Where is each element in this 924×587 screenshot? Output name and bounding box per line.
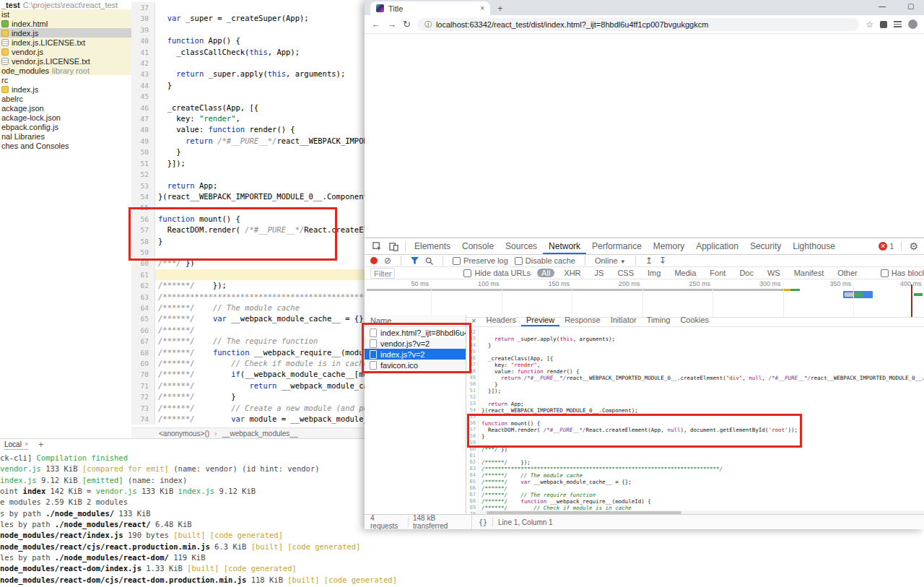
tree-item[interactable]: rc <box>0 75 131 84</box>
devtools-tab-sources[interactable]: Sources <box>500 238 543 254</box>
terminal-tab-local[interactable]: Local × <box>4 439 28 451</box>
code-token: // The module cache <box>520 472 583 479</box>
line-number: 67 <box>466 492 479 498</box>
request-row[interactable]: index.html?_ijt=8hbdl6u4ff1cp... <box>365 327 466 338</box>
device-toolbar-icon[interactable] <box>389 242 398 251</box>
inspect-element-icon[interactable] <box>372 242 382 251</box>
request-list-header[interactable]: Name <box>365 315 466 327</box>
devtools-tab-console[interactable]: Console <box>456 238 500 254</box>
preserve-log-checkbox[interactable]: Preserve log <box>453 256 508 265</box>
minimize-button[interactable]: — <box>879 2 886 10</box>
tree-item[interactable]: abelrc <box>0 94 131 103</box>
has-blocked-cookies-checkbox[interactable]: Has blocked cookies <box>881 269 924 277</box>
page-info-icon[interactable]: ⓘ <box>424 19 432 30</box>
tree-item[interactable]: index.js.LICENSE.txt <box>0 38 131 47</box>
code-token: /******/ <box>481 459 507 466</box>
close-icon[interactable]: × <box>25 440 28 448</box>
detail-tab-cookies[interactable]: Cookies <box>675 315 714 326</box>
reload-button[interactable]: ↻ <box>403 19 411 30</box>
devtools-tab-elements[interactable]: Elements <box>409 238 456 254</box>
search-icon[interactable] <box>425 257 433 265</box>
breadcrumb-anonymous[interactable]: <anonymous>() <box>159 430 209 438</box>
request-row[interactable]: index.js?v=2 <box>365 349 466 360</box>
clear-button[interactable]: ⊘ <box>384 256 391 266</box>
devtools-tab-performance[interactable]: Performance <box>586 238 648 254</box>
tree-item[interactable]: ode_modules library root <box>0 66 131 75</box>
detail-tab-preview[interactable]: Preview <box>521 315 559 326</box>
browser-tab[interactable]: Title × <box>370 1 490 15</box>
file-icon-js <box>1 48 9 56</box>
record-button[interactable] <box>370 257 378 264</box>
filter-chip-xhr[interactable]: XHR <box>559 269 585 277</box>
import-har-icon[interactable]: ↥ <box>645 256 653 266</box>
url-text: localhost:63342/react_test/dist/index.ht… <box>436 20 708 29</box>
devtools-tab-memory[interactable]: Memory <box>648 238 690 254</box>
code-text: /***/ }) <box>479 446 507 453</box>
filter-chip-manifest[interactable]: Manifest <box>790 269 829 277</box>
settings-gear-icon[interactable]: ⚙ <box>909 240 918 252</box>
filter-chip-font[interactable]: Font <box>705 269 730 277</box>
filter-chip-other[interactable]: Other <box>833 269 862 277</box>
devtools-tab-application[interactable]: Application <box>690 238 744 254</box>
code-token: 190 bytes <box>123 531 174 539</box>
filter-chip-css[interactable]: CSS <box>613 269 638 277</box>
detail-tab-response[interactable]: Response <box>559 315 606 326</box>
devtools-tab-lighthouse[interactable]: Lighthouse <box>787 238 841 254</box>
tree-item[interactable]: index.js <box>0 84 131 94</box>
preview-code[interactable]: 4243 return _super.apply(this, arguments… <box>466 327 924 515</box>
tree-item[interactable]: ebpack.config.js <box>0 122 131 131</box>
new-terminal-button[interactable]: + <box>38 440 43 450</box>
tree-item[interactable]: vendor.js <box>0 47 131 56</box>
tree-item[interactable]: ches and Consoles <box>0 141 131 150</box>
error-badge[interactable]: ✕ 1 <box>879 242 894 251</box>
bookmark-star-icon[interactable]: ☆ <box>866 19 873 30</box>
detail-tab-headers[interactable]: Headers <box>481 315 521 326</box>
devtools-tab-security[interactable]: Security <box>744 238 787 254</box>
tab-close-icon[interactable]: × <box>480 4 484 12</box>
maximize-button[interactable]: ▢ <box>907 2 914 10</box>
code-token: index.js <box>0 476 37 484</box>
back-button[interactable]: ← <box>371 19 380 30</box>
forward-button[interactable]: → <box>387 19 396 30</box>
code-token: this <box>268 69 286 78</box>
close-detail-icon[interactable]: × <box>466 316 481 325</box>
filter-chip-media[interactable]: Media <box>670 269 700 277</box>
export-har-icon[interactable]: ↧ <box>659 256 666 266</box>
filter-chip-doc[interactable]: Doc <box>735 269 758 277</box>
detail-tab-timing[interactable]: Timing <box>642 315 676 326</box>
tree-item[interactable]: ackage-lock.json <box>0 113 131 122</box>
hide-data-urls-checkbox[interactable]: Hide data URLs <box>463 269 531 277</box>
address-bar[interactable]: ⓘ localhost:63342/react_test/dist/index.… <box>417 18 859 31</box>
network-overview-timeline[interactable]: 50 ms100 ms150 ms200 ms250 ms300 ms350 m… <box>365 279 924 318</box>
filter-chip-img[interactable]: Img <box>643 269 665 277</box>
tree-item-project-root[interactable]: _test C:\projects\react\react_test <box>0 0 131 9</box>
detail-tab-initiator[interactable]: Initiator <box>606 315 642 326</box>
throttling-dropdown[interactable]: Online ▼ <box>595 256 626 265</box>
tree-item[interactable]: ist <box>0 9 131 19</box>
filter-input[interactable]: Filter <box>370 268 395 279</box>
project-tree[interactable]: _test C:\projects\react\react_testistind… <box>0 0 132 438</box>
tree-item[interactable]: index.html <box>0 19 131 28</box>
devtools-tab-network[interactable]: Network <box>543 238 586 254</box>
tree-item[interactable]: index.js <box>0 28 131 38</box>
format-code-button[interactable]: {} <box>479 518 487 526</box>
breadcrumb-webpack-modules[interactable]: __webpack_modules__ <box>222 430 297 438</box>
disable-cache-checkbox[interactable]: Disable cache <box>515 256 575 265</box>
extension-icon[interactable] <box>880 21 887 28</box>
reading-list-icon[interactable] <box>894 21 902 27</box>
request-row[interactable]: favicon.ico <box>365 360 466 370</box>
request-row[interactable]: vendor.js?v=2 <box>365 338 466 349</box>
profile-avatar[interactable] <box>908 19 918 29</box>
filter-chip-js[interactable]: JS <box>590 269 609 277</box>
code-token: ), document.getElementById( <box>680 427 768 433</box>
tree-item[interactable]: ackage.json <box>0 103 131 113</box>
filter-chip-all[interactable]: All <box>537 269 554 277</box>
new-tab-button[interactable]: + <box>497 3 503 15</box>
filter-chip-ws[interactable]: WS <box>763 269 785 277</box>
code-text: /******/ <box>479 485 507 492</box>
filter-icon[interactable] <box>411 257 419 264</box>
tree-item[interactable]: nal Libraries <box>0 131 131 141</box>
line-number: 53 <box>131 181 155 191</box>
tree-item[interactable]: vendor.js.LICENSE.txt <box>0 56 131 66</box>
preview-code-line: 46 _createClass(App, [{ <box>466 355 924 362</box>
